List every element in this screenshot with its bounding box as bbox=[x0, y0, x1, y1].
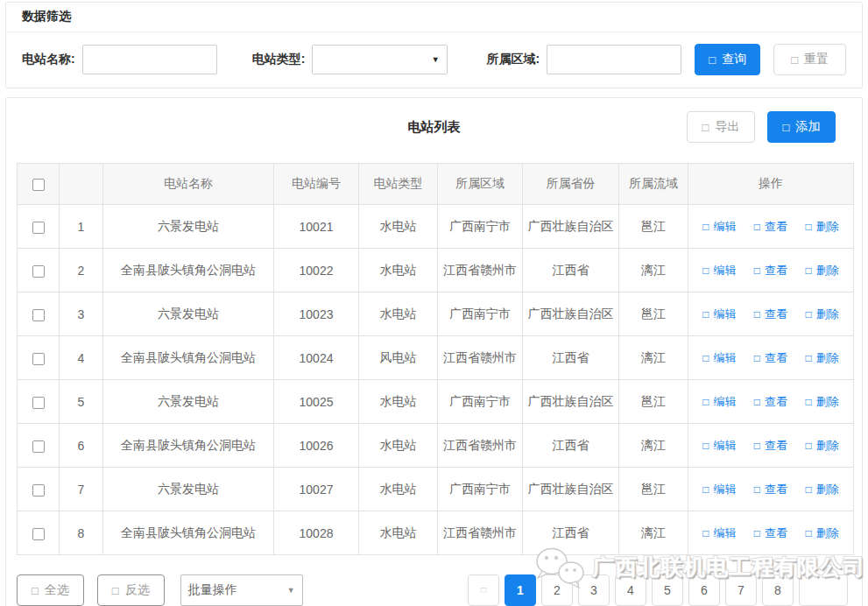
edit-link[interactable]: □编辑 bbox=[702, 219, 736, 235]
view-link[interactable]: □查看 bbox=[754, 350, 787, 366]
station-table: 电站名称 电站编号 电站类型 所属区域 所属省份 所属流域 操作 1 六景发电站… bbox=[17, 163, 854, 555]
station-name-input[interactable] bbox=[82, 45, 217, 74]
query-button[interactable]: □ 查询 bbox=[695, 44, 760, 75]
table-row: 6 全南县陂头镇角公洞电站 10026 水电站 江西省赣州市 江西省 漓江 □编… bbox=[18, 424, 854, 468]
edit-link-label: 编辑 bbox=[713, 350, 736, 366]
delete-icon: □ bbox=[806, 440, 812, 451]
row-checkbox[interactable] bbox=[32, 528, 45, 540]
delete-link[interactable]: □删除 bbox=[806, 219, 839, 235]
row-checkbox[interactable] bbox=[32, 440, 45, 453]
view-icon: □ bbox=[754, 528, 760, 539]
region-cell: 江西省赣州市 bbox=[438, 336, 523, 380]
province-cell: 广西壮族自治区 bbox=[523, 468, 619, 511]
row-checkbox[interactable] bbox=[32, 309, 45, 321]
page-button[interactable]: 4 bbox=[615, 574, 646, 606]
add-icon: □ bbox=[783, 122, 790, 133]
view-link[interactable]: □查看 bbox=[754, 263, 787, 278]
edit-link-label: 编辑 bbox=[713, 219, 736, 235]
row-checkbox[interactable] bbox=[32, 397, 45, 409]
header-province: 所属省份 bbox=[523, 164, 619, 205]
page-button[interactable]: 1 bbox=[505, 574, 536, 606]
page-button[interactable]: 6 bbox=[688, 574, 720, 606]
view-link[interactable]: □查看 bbox=[754, 482, 787, 497]
view-link-label: 查看 bbox=[765, 263, 787, 278]
page-button[interactable]: 7 bbox=[725, 574, 757, 606]
province-cell: 江西省 bbox=[523, 336, 619, 380]
view-link[interactable]: □查看 bbox=[754, 525, 787, 541]
reset-button-label: 重置 bbox=[804, 52, 829, 67]
edit-link[interactable]: □编辑 bbox=[702, 482, 736, 497]
delete-icon: □ bbox=[806, 528, 812, 539]
header-basin: 所属流域 bbox=[619, 164, 688, 205]
page-button[interactable]: 2 bbox=[541, 574, 573, 606]
region-input[interactable] bbox=[547, 45, 681, 74]
invert-select-icon: □ bbox=[112, 585, 119, 596]
view-icon: □ bbox=[754, 484, 760, 495]
row-checkbox[interactable] bbox=[32, 222, 45, 234]
select-all-button[interactable]: □ 全选 bbox=[17, 574, 84, 606]
prev-icon: □ bbox=[481, 586, 486, 595]
add-button[interactable]: □ 添加 bbox=[767, 111, 836, 143]
delete-link[interactable]: □删除 bbox=[806, 438, 839, 454]
view-link[interactable]: □查看 bbox=[754, 219, 787, 235]
delete-icon: □ bbox=[806, 265, 812, 276]
province-cell: 广西壮族自治区 bbox=[523, 292, 619, 336]
edit-link[interactable]: □编辑 bbox=[702, 263, 736, 278]
header-actions: 操作 bbox=[688, 164, 854, 205]
table-row: 4 全南县陂头镇角公洞电站 10024 风电站 江西省赣州市 江西省 漓江 □编… bbox=[18, 336, 854, 380]
view-link-label: 查看 bbox=[765, 350, 787, 366]
row-index: 5 bbox=[60, 380, 103, 424]
edit-link[interactable]: □编辑 bbox=[702, 394, 736, 410]
delete-icon: □ bbox=[806, 353, 812, 363]
delete-link[interactable]: □删除 bbox=[806, 394, 839, 410]
row-checkbox[interactable] bbox=[32, 265, 45, 278]
station-type-cell: 风电站 bbox=[359, 336, 438, 380]
edit-link[interactable]: □编辑 bbox=[702, 350, 736, 366]
row-checkbox-cell bbox=[18, 468, 60, 511]
edit-link[interactable]: □编辑 bbox=[702, 525, 736, 541]
export-button[interactable]: □ 导出 bbox=[687, 111, 755, 143]
station-code-cell: 10027 bbox=[274, 468, 359, 511]
invert-select-button[interactable]: □ 反选 bbox=[97, 574, 165, 606]
basin-cell: 邕江 bbox=[619, 468, 688, 511]
delete-link[interactable]: □删除 bbox=[806, 482, 839, 497]
station-name-cell: 全南县陂头镇角公洞电站 bbox=[103, 424, 274, 468]
prev-page-button[interactable]: □ bbox=[468, 574, 499, 606]
view-link[interactable]: □查看 bbox=[754, 307, 787, 322]
page-button[interactable]: 3 bbox=[578, 574, 610, 606]
add-button-label: 添加 bbox=[795, 119, 820, 135]
reset-button[interactable]: □ 重置 bbox=[773, 44, 846, 75]
row-index: 3 bbox=[60, 292, 103, 336]
batch-action-select[interactable]: 批量操作 ▼ bbox=[180, 574, 303, 606]
actions-cell: □编辑 □查看 □删除 bbox=[688, 249, 854, 292]
basin-cell: 邕江 bbox=[619, 205, 688, 249]
delete-link[interactable]: □删除 bbox=[806, 350, 839, 366]
delete-link[interactable]: □删除 bbox=[806, 525, 839, 541]
edit-link[interactable]: □编辑 bbox=[702, 307, 736, 322]
basin-cell: 邕江 bbox=[619, 380, 688, 424]
page-button[interactable]: 8 bbox=[762, 574, 794, 606]
row-checkbox[interactable] bbox=[32, 353, 45, 365]
row-checkbox-cell bbox=[18, 424, 60, 468]
select-all-checkbox[interactable] bbox=[32, 179, 45, 191]
edit-link[interactable]: □编辑 bbox=[702, 438, 736, 454]
edit-icon: □ bbox=[702, 265, 709, 276]
view-link[interactable]: □查看 bbox=[754, 394, 787, 410]
page-button[interactable]: 5 bbox=[652, 574, 683, 606]
station-type-select[interactable]: ▼ bbox=[312, 45, 447, 74]
table-row: 5 六景发电站 10025 水电站 广西南宁市 广西壮族自治区 邕江 □编辑 □… bbox=[18, 380, 854, 424]
view-link[interactable]: □查看 bbox=[754, 438, 787, 454]
next-page-button[interactable] bbox=[799, 574, 848, 606]
delete-link[interactable]: □删除 bbox=[806, 307, 839, 322]
row-checkbox[interactable] bbox=[32, 484, 45, 497]
header-station-type: 电站类型 bbox=[359, 164, 438, 205]
station-type-cell: 水电站 bbox=[359, 468, 438, 511]
edit-icon: □ bbox=[702, 397, 709, 407]
invert-select-button-label: 反选 bbox=[125, 582, 150, 598]
edit-link-label: 编辑 bbox=[713, 263, 736, 278]
station-name-cell: 六景发电站 bbox=[103, 468, 274, 511]
station-code-cell: 10022 bbox=[274, 249, 359, 292]
table-row: 3 六景发电站 10023 水电站 广西南宁市 广西壮族自治区 邕江 □编辑 □… bbox=[18, 292, 854, 336]
station-code-cell: 10026 bbox=[274, 424, 359, 468]
delete-link[interactable]: □删除 bbox=[806, 263, 839, 278]
